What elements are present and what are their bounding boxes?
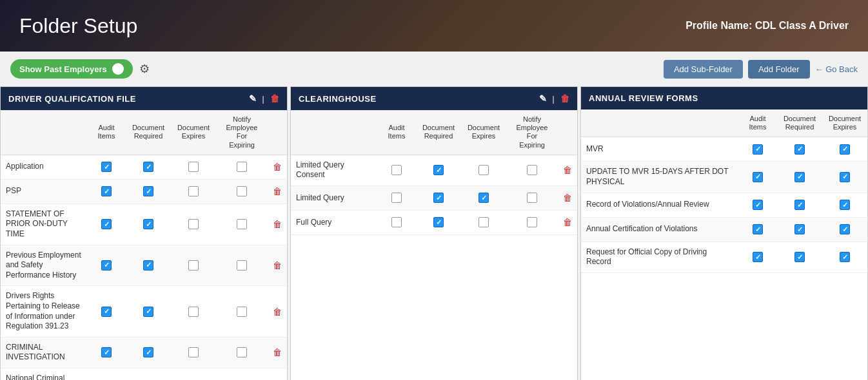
row-doc-exp[interactable]	[171, 307, 216, 317]
row-audit[interactable]	[738, 200, 777, 210]
row-delete[interactable]: 🗑	[268, 186, 287, 196]
row-audit[interactable]	[738, 224, 777, 234]
row-doc-exp[interactable]	[822, 252, 867, 262]
dqf-trash-icon[interactable]: 🗑	[270, 93, 280, 104]
row-doc-exp[interactable]	[171, 347, 216, 357]
row-notify[interactable]	[506, 165, 558, 175]
dqf-col-doc-req: DocumentRequired	[126, 113, 171, 152]
go-back-button[interactable]: ← Go Back	[815, 64, 858, 74]
row-doc-req[interactable]	[416, 165, 461, 175]
row-delete[interactable]: 🗑	[268, 260, 287, 271]
row-notify[interactable]	[216, 347, 268, 357]
dqf-col-name	[1, 113, 87, 152]
row-delete[interactable]: 🗑	[268, 162, 287, 172]
row-delete[interactable]: 🗑	[558, 165, 577, 175]
row-doc-exp[interactable]	[171, 162, 216, 172]
toolbar-right: Add Sub-Folder Add Folder ← Go Back	[664, 60, 858, 79]
row-doc-exp[interactable]	[822, 200, 867, 210]
row-audit[interactable]	[738, 144, 777, 155]
row-delete[interactable]: 🗑	[558, 193, 577, 203]
arf-table-body: MVR UPDATE TO MVR 15-DAYS AFTER DOT PHYS…	[581, 137, 867, 272]
row-audit[interactable]	[87, 347, 126, 357]
dqf-divider: |	[262, 94, 264, 104]
dqf-panel: DRIVER QUALIFICATION FILE ✎ | 🗑 AuditIte…	[0, 86, 288, 380]
toggle-label: Show Past Employers	[19, 64, 107, 74]
row-notify[interactable]	[506, 193, 558, 203]
row-doc-req[interactable]	[126, 307, 171, 317]
toolbar-left: Show Past Employers ⚙	[10, 59, 150, 79]
row-notify[interactable]	[216, 219, 268, 229]
dqf-col-headers: AuditItems DocumentRequired DocumentExpi…	[1, 110, 287, 155]
row-doc-exp[interactable]	[171, 219, 216, 229]
row-doc-req[interactable]	[126, 219, 171, 229]
row-label: National Criminal Database Alias Search	[1, 371, 87, 380]
dqf-edit-icon[interactable]: ✎	[249, 93, 257, 104]
table-row: Full Query 🗑	[291, 211, 577, 235]
row-label: Limited Query	[291, 191, 377, 206]
row-audit[interactable]	[87, 162, 126, 172]
row-doc-exp[interactable]	[822, 144, 867, 155]
row-delete[interactable]: 🗑	[268, 347, 287, 357]
row-doc-exp[interactable]	[822, 172, 867, 182]
table-row: PSP 🗑	[1, 180, 287, 204]
row-doc-req[interactable]	[126, 162, 171, 172]
add-folder-button[interactable]: Add Folder	[748, 60, 810, 79]
table-row: Record of Violations/Annual Review	[581, 193, 867, 218]
row-doc-req[interactable]	[777, 200, 822, 210]
row-label: UPDATE TO MVR 15-DAYS AFTER DOT PHYSICAL	[581, 164, 738, 189]
row-audit[interactable]	[87, 307, 126, 317]
row-doc-exp[interactable]	[461, 165, 506, 175]
row-doc-req[interactable]	[777, 144, 822, 155]
row-delete[interactable]: 🗑	[558, 217, 577, 227]
row-doc-req[interactable]	[416, 217, 461, 227]
table-row: Limited Query 🗑	[291, 186, 577, 211]
ch-edit-icon[interactable]: ✎	[539, 93, 547, 104]
row-audit[interactable]	[738, 172, 777, 182]
row-notify[interactable]	[216, 186, 268, 196]
dqf-header-actions: ✎ | 🗑	[249, 93, 279, 104]
row-notify[interactable]	[216, 162, 268, 172]
ch-trash-icon[interactable]: 🗑	[560, 93, 570, 104]
ch-col-name	[291, 113, 377, 152]
row-audit[interactable]	[87, 186, 126, 196]
settings-icon[interactable]: ⚙	[139, 62, 150, 76]
table-row: Annual Certification of Violations	[581, 218, 867, 242]
row-doc-exp[interactable]	[171, 186, 216, 196]
row-doc-req[interactable]	[777, 224, 822, 234]
row-doc-exp[interactable]	[171, 260, 216, 271]
add-sub-folder-button[interactable]: Add Sub-Folder	[664, 60, 743, 79]
row-audit[interactable]	[738, 252, 777, 262]
row-notify[interactable]	[216, 260, 268, 271]
row-audit[interactable]	[87, 260, 126, 271]
row-doc-req[interactable]	[777, 172, 822, 182]
ch-header: CLEARINGHOUSE ✎ | 🗑	[291, 87, 577, 110]
row-doc-req[interactable]	[126, 186, 171, 196]
row-doc-req[interactable]	[777, 252, 822, 262]
row-label: Application	[1, 159, 87, 175]
row-doc-req[interactable]	[416, 193, 461, 203]
ch-col-doc-exp: DocumentExpires	[461, 113, 506, 152]
row-doc-exp[interactable]	[822, 224, 867, 234]
row-audit[interactable]	[377, 217, 416, 227]
dqf-title: DRIVER QUALIFICATION FILE	[8, 94, 136, 104]
row-delete[interactable]: 🗑	[268, 219, 287, 229]
dqf-col-doc-exp: DocumentExpires	[171, 113, 216, 152]
row-doc-exp[interactable]	[461, 193, 506, 203]
row-notify[interactable]	[216, 307, 268, 317]
table-row: Application 🗑	[1, 155, 287, 180]
ch-col-audit: AuditItems	[377, 113, 416, 152]
row-audit[interactable]	[87, 219, 126, 229]
row-audit[interactable]	[377, 165, 416, 175]
dqf-col-action	[268, 113, 287, 152]
row-doc-req[interactable]	[126, 347, 171, 357]
row-delete[interactable]: 🗑	[268, 307, 287, 317]
table-row: UPDATE TO MVR 15-DAYS AFTER DOT PHYSICAL	[581, 162, 867, 193]
dqf-table-body: Application 🗑 PSP 🗑 STATEMENT OF PRIOR O…	[1, 155, 287, 380]
show-past-employers-toggle[interactable]: Show Past Employers	[10, 59, 133, 79]
ch-col-action	[558, 113, 577, 152]
toolbar: Show Past Employers ⚙ Add Sub-Folder Add…	[0, 52, 868, 86]
row-audit[interactable]	[377, 193, 416, 203]
row-notify[interactable]	[506, 217, 558, 227]
row-doc-exp[interactable]	[461, 217, 506, 227]
row-doc-req[interactable]	[126, 260, 171, 271]
